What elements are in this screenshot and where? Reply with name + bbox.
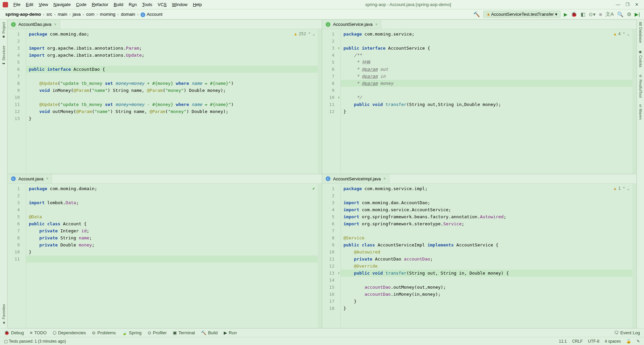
spring-icon: 🍃	[122, 330, 127, 335]
scrollbar[interactable]	[318, 184, 322, 328]
run-config-selector[interactable]: ⬗ AccountServiceTest.testTransfer ▾	[483, 11, 560, 18]
scrollbar[interactable]	[632, 29, 636, 174]
status-lock-icon[interactable]: 🔓	[626, 339, 631, 344]
gutter: 12345678910111213⬆1415161718	[322, 184, 341, 328]
maximize-icon[interactable]: ❐	[626, 2, 630, 7]
menu-navigate[interactable]: Navigate	[51, 2, 73, 7]
run-button-icon[interactable]: ▶	[564, 12, 568, 17]
breadcrumb-domain[interactable]: domain	[119, 12, 137, 17]
editor-body[interactable]: 123⬇45678910⬇1112 package com.moming.ser…	[322, 29, 636, 174]
search-icon[interactable]: 🔍	[617, 11, 624, 17]
build-icon[interactable]: 🔨	[473, 11, 480, 17]
menu-window[interactable]: Window	[169, 2, 190, 7]
coverage-icon[interactable]: ◧	[581, 11, 585, 17]
tool-terminal[interactable]: ▣Terminal	[173, 330, 195, 335]
menu-edit[interactable]: Edit	[23, 2, 36, 7]
status-encoding[interactable]: UTF-8	[588, 339, 599, 344]
tool-profiler[interactable]: ⊙Profiler	[148, 330, 167, 335]
menu-run[interactable]: Run	[126, 2, 140, 7]
tool-structure[interactable]: ⬍Structure	[1, 46, 6, 65]
status-pen-icon[interactable]: ✎	[637, 339, 640, 344]
tab-close-icon[interactable]: ×	[54, 22, 56, 27]
tool-restful[interactable]: ®RestfulTool	[639, 74, 643, 98]
tool-dependencies[interactable]: ⬡Dependencies	[53, 330, 86, 335]
tool-database[interactable]: 🗄Database	[639, 22, 643, 43]
stop-icon[interactable]: ■	[599, 11, 602, 17]
menu-tools[interactable]: Tools	[140, 2, 155, 7]
status-lineending[interactable]: CRLF	[572, 339, 583, 344]
nav-up-icon[interactable]: ⌃	[623, 185, 625, 192]
tool-spring[interactable]: 🍃Spring	[122, 330, 142, 335]
tool-run[interactable]: ▶Run	[224, 330, 237, 335]
editor-body[interactable]: 12345678910111213⬆1415161718 package com…	[322, 184, 636, 328]
implements-marker-icon[interactable]: ⬇	[338, 45, 340, 52]
status-position[interactable]: 11:1	[559, 339, 567, 344]
menu-file[interactable]: File	[11, 2, 23, 7]
status-icon[interactable]: ▢	[4, 339, 8, 344]
tool-maven[interactable]: mMaven	[639, 104, 643, 120]
nav-down-icon[interactable]: ⌄	[627, 31, 630, 38]
tab-accountservice[interactable]: I AccountService.java ×	[322, 20, 381, 29]
inspection-widget[interactable]: ▲ 4 ⌃ ⌄	[614, 31, 630, 38]
status-indent[interactable]: 4 spaces	[605, 339, 621, 344]
inspection-widget[interactable]: ▲ 1 ⌃ ⌄	[614, 185, 630, 192]
profile-icon[interactable]: ⊙▾	[589, 11, 596, 17]
translate-icon[interactable]: 文A	[605, 11, 614, 17]
breadcrumb-com[interactable]: com	[85, 12, 96, 17]
tab-close-icon[interactable]: ×	[375, 22, 378, 27]
toolbar-right: 🔨 ⬗ AccountServiceTest.testTransfer ▾ ▶ …	[473, 11, 640, 18]
breadcrumb-project[interactable]: spring-aop-demo	[4, 12, 42, 17]
tool-todo[interactable]: ≡TODO	[30, 330, 47, 335]
menu-build[interactable]: Build	[111, 2, 126, 7]
nav-down-icon[interactable]: ⌄	[313, 31, 315, 38]
nav-down-icon[interactable]: ⌄	[627, 185, 630, 192]
implements-marker-icon[interactable]: ⬇	[338, 94, 340, 101]
build-icon: 🔨	[201, 330, 206, 335]
code-area[interactable]: package com.moming.domain; import lombok…	[26, 184, 318, 328]
close-icon[interactable]: ✕	[635, 2, 639, 7]
code-area[interactable]: package com.moming.service.impl; import …	[341, 184, 632, 328]
chevron-right-icon: ›	[42, 12, 45, 17]
settings-icon[interactable]: ⚙	[627, 11, 631, 17]
next-icon[interactable]: ▶|	[635, 11, 640, 17]
breadcrumb-moming[interactable]: moming	[99, 12, 117, 17]
nav-up-icon[interactable]: ⌃	[308, 31, 311, 38]
code-area[interactable]: package com.moming.service; public inter…	[341, 29, 632, 174]
window-controls: — ❐ ✕	[612, 2, 643, 7]
menu-view[interactable]: View	[36, 2, 51, 7]
editor-body[interactable]: 12345678910111213 package com.moming.dao…	[8, 29, 322, 174]
override-marker-icon[interactable]: ⬆	[338, 270, 340, 277]
code-area[interactable]: package com.moming.dao; import org.apach…	[26, 29, 318, 174]
tool-codota[interactable]: ◉Codota	[638, 50, 643, 67]
breadcrumb-src[interactable]: src	[45, 12, 54, 17]
menu-refactor[interactable]: Refactor	[89, 2, 111, 7]
tab-close-icon[interactable]: ×	[46, 176, 48, 181]
tab-accountserviceimpl[interactable]: C AccountServiceImpl.java ×	[322, 174, 389, 183]
scrollbar[interactable]	[318, 29, 322, 174]
nav-up-icon[interactable]: ⌃	[623, 31, 625, 38]
tool-favorites[interactable]: ★Favorites	[1, 304, 6, 325]
tab-accountdao[interactable]: I AccountDao.java ×	[8, 20, 60, 29]
menu-code[interactable]: Code	[73, 2, 89, 7]
editor-body[interactable]: 1234567891011 package com.moming.domain;…	[8, 184, 322, 328]
warning-count: 1	[618, 185, 621, 192]
debug-icon[interactable]: 🐞	[571, 11, 577, 17]
tab-close-icon[interactable]: ×	[383, 176, 386, 181]
tab-row: C Account.java ×	[8, 174, 322, 184]
inspection-widget[interactable]: ✔	[313, 185, 315, 192]
scrollbar[interactable]	[632, 184, 636, 328]
breadcrumb-java[interactable]: java	[71, 12, 82, 17]
tool-project[interactable]: ■Project	[2, 22, 6, 39]
breadcrumb-class[interactable]: CAccount	[139, 12, 164, 17]
tool-debug[interactable]: 🐞Debug	[4, 330, 24, 335]
inspection-widget[interactable]: ▲ 252 ⌃ ⌄	[294, 31, 315, 38]
tab-label: Account.java	[18, 176, 43, 181]
menu-vcs[interactable]: VCS	[155, 2, 169, 7]
menu-help[interactable]: Help	[190, 2, 205, 7]
breadcrumb-main[interactable]: main	[56, 12, 68, 17]
minimize-icon[interactable]: —	[616, 2, 620, 7]
tool-eventlog[interactable]: 🗨Event Log	[614, 330, 640, 335]
tool-build[interactable]: 🔨Build	[201, 330, 218, 335]
tab-account[interactable]: C Account.java ×	[8, 174, 52, 183]
tool-problems[interactable]: ⊝Problems	[92, 330, 116, 335]
